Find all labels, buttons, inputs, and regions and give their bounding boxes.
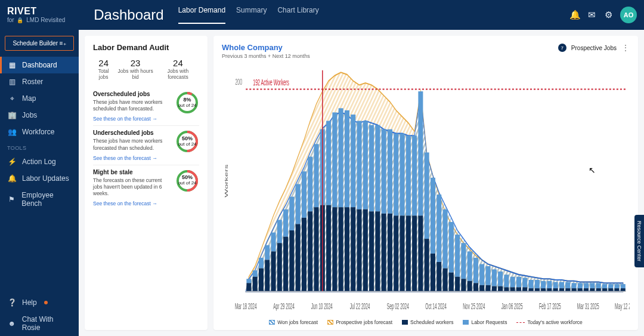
- svg-rect-82: [461, 243, 466, 279]
- svg-rect-132: [615, 284, 620, 288]
- svg-rect-125: [590, 288, 595, 291]
- sidebar-item-labor-updates[interactable]: 🔔 Labor Updates: [0, 170, 79, 187]
- svg-rect-85: [467, 281, 472, 292]
- svg-rect-112: [553, 282, 558, 289]
- svg-rect-93: [492, 286, 497, 292]
- notifications-icon[interactable]: 🔔: [566, 10, 583, 20]
- svg-rect-106: [535, 280, 540, 288]
- help-icon: ❔: [8, 298, 16, 307]
- svg-text:Jan 06 2025: Jan 06 2025: [501, 301, 523, 310]
- tab-labor-demand[interactable]: Labor Demand: [178, 6, 225, 24]
- svg-rect-66: [412, 135, 417, 215]
- svg-rect-71: [425, 239, 429, 291]
- svg-rect-130: [608, 284, 613, 288]
- svg-rect-46: [351, 115, 355, 207]
- svg-rect-79: [449, 273, 454, 292]
- tab-summary[interactable]: Summary: [236, 6, 267, 24]
- chart-legend: Won jobs forecast Prospective jobs forec…: [222, 319, 630, 325]
- legend-won: Won jobs forecast: [269, 319, 318, 325]
- settings-icon[interactable]: ⚙: [600, 10, 617, 20]
- legend-labor-requests: Labor Requests: [463, 319, 507, 325]
- sidebar-item-action-log[interactable]: ⚡ Action Log: [0, 153, 79, 170]
- svg-rect-73: [431, 254, 435, 292]
- schedule-builder-button[interactable]: Schedule Builder ≡₊: [5, 36, 74, 51]
- resource-center-tab[interactable]: Resource Center: [634, 215, 644, 267]
- sidebar-item-chat[interactable]: ☻ Chat With Rosie: [0, 311, 79, 336]
- svg-rect-68: [418, 91, 423, 215]
- audit-row-link[interactable]: See these on the forecast: [93, 116, 157, 122]
- chat-icon: ☻: [8, 319, 16, 328]
- svg-rect-75: [436, 262, 441, 291]
- sidebar-item-workforce[interactable]: 👥 Workforce: [0, 124, 79, 140]
- audit-row-link[interactable]: See these on the forecast: [93, 155, 157, 161]
- svg-rect-39: [326, 205, 331, 292]
- brand-project: for 🔒 LMD Revisited: [7, 17, 65, 24]
- sidebar-item-jobs[interactable]: 🏢 Jobs: [0, 107, 79, 124]
- svg-rect-19: [265, 260, 270, 291]
- svg-rect-97: [504, 287, 509, 291]
- svg-rect-115: [559, 288, 564, 291]
- sidebar-item-help[interactable]: ❔ Help: [0, 294, 79, 311]
- sidebar-item-roster[interactable]: ▥ Roster: [0, 73, 79, 90]
- svg-rect-89: [479, 285, 484, 292]
- workforce-icon: 👥: [8, 128, 16, 136]
- svg-rect-51: [363, 209, 368, 292]
- prospective-jobs-label[interactable]: Prospective Jobs: [571, 45, 617, 51]
- svg-rect-64: [406, 135, 411, 215]
- brand-name: RIVET: [7, 6, 65, 17]
- chart-more-icon[interactable]: ⋮: [621, 43, 630, 53]
- brand: RIVET for 🔒 LMD Revisited: [7, 6, 65, 23]
- svg-rect-18: [265, 245, 270, 260]
- svg-rect-45: [345, 207, 349, 291]
- svg-rect-16: [259, 258, 264, 269]
- tab-chart-library[interactable]: Chart Library: [277, 6, 318, 24]
- svg-rect-90: [486, 266, 491, 285]
- audit-donut: 50%out of 24: [175, 130, 199, 153]
- svg-rect-25: [283, 237, 288, 292]
- svg-text:Mar 31 2025: Mar 31 2025: [577, 301, 599, 310]
- svg-text:Nov 25 2024: Nov 25 2024: [463, 301, 485, 310]
- avatar[interactable]: AO: [620, 7, 637, 23]
- labor-demand-audit-card: Labor Demand Audit 24 Total jobs 23 Jobs…: [85, 36, 208, 330]
- svg-rect-49: [357, 209, 362, 292]
- help-dot-indicator: [44, 301, 48, 304]
- svg-rect-120: [578, 283, 583, 288]
- sidebar-item-dashboard[interactable]: ▦ Dashboard: [0, 57, 79, 73]
- sidebar-item-map[interactable]: ⌖ Map: [0, 90, 79, 107]
- svg-rect-96: [504, 275, 509, 287]
- svg-rect-117: [565, 288, 570, 291]
- svg-rect-54: [375, 125, 380, 212]
- svg-rect-41: [332, 207, 337, 291]
- mail-icon[interactable]: ✉: [583, 10, 600, 20]
- svg-rect-128: [602, 284, 607, 288]
- audit-row-title: Might be stale: [93, 169, 171, 175]
- chart-title: Whole Company: [222, 43, 310, 52]
- svg-rect-105: [529, 288, 534, 291]
- flag-icon: ⚑: [8, 195, 16, 204]
- svg-rect-116: [565, 282, 570, 289]
- svg-rect-42: [339, 108, 343, 207]
- sidebar-section-tools: TOOLS: [0, 140, 79, 153]
- audit-row-desc: The forecasts on these current jobs have…: [93, 177, 171, 197]
- audit-row-link[interactable]: See these on the forecast: [93, 201, 157, 206]
- svg-rect-53: [369, 211, 374, 291]
- svg-rect-107: [535, 288, 540, 291]
- svg-rect-118: [572, 283, 577, 288]
- svg-text:Oct 14 2024: Oct 14 2024: [425, 301, 447, 310]
- svg-rect-27: [289, 230, 294, 291]
- svg-rect-59: [388, 214, 392, 292]
- svg-rect-98: [510, 277, 515, 288]
- svg-rect-100: [516, 277, 521, 288]
- svg-rect-77: [443, 269, 448, 292]
- svg-rect-109: [541, 288, 546, 291]
- svg-rect-56: [382, 130, 386, 214]
- svg-rect-92: [492, 269, 497, 286]
- bell-icon: 🔔: [8, 174, 16, 183]
- legend-scheduled: Scheduled workers: [402, 319, 453, 325]
- svg-rect-124: [590, 283, 595, 288]
- audit-row-title: Overscheduled jobs: [93, 91, 171, 97]
- svg-rect-30: [302, 171, 306, 218]
- sidebar-item-employee-bench[interactable]: ⚑ Employee Bench: [0, 187, 79, 212]
- svg-rect-55: [375, 211, 380, 291]
- svg-rect-38: [326, 121, 331, 205]
